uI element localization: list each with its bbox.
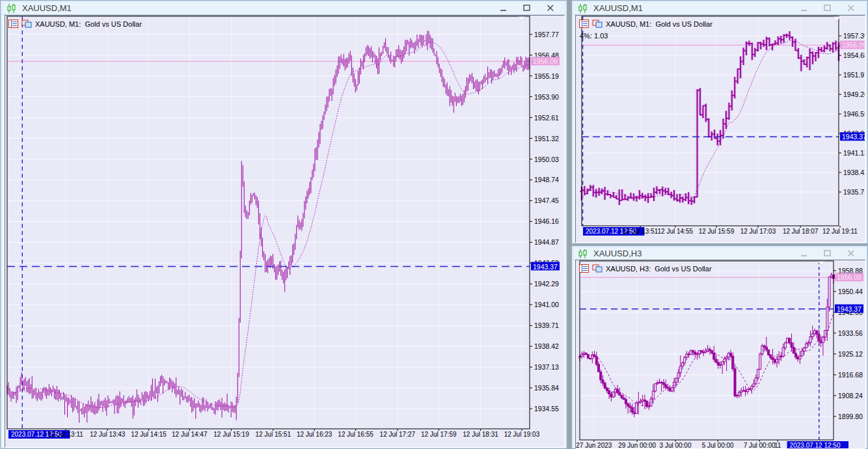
svg-text:12 Jul 18:07: 12 Jul 18:07 bbox=[783, 228, 819, 235]
svg-text:1899.80: 1899.80 bbox=[838, 413, 863, 420]
svg-text:1935.71: 1935.71 bbox=[843, 188, 865, 196]
svg-text:1955.19: 1955.19 bbox=[534, 72, 559, 80]
minimize-button[interactable] bbox=[500, 5, 508, 12]
svg-text:1953.90: 1953.90 bbox=[534, 93, 559, 101]
svg-text:1925.12: 1925.12 bbox=[838, 350, 863, 358]
svg-text:7 Jul 00:00: 7 Jul 00:00 bbox=[744, 442, 776, 448]
svg-text:12 Jul 15:19: 12 Jul 15:19 bbox=[213, 431, 249, 438]
svg-text:12 Jul 13:51: 12 Jul 13:51 bbox=[623, 228, 658, 235]
svg-text:1943.37: 1943.37 bbox=[842, 133, 865, 141]
desktop: { "colors": { "chart_bg": "#e9e9f8", "ca… bbox=[0, 0, 868, 449]
svg-text:1935.84: 1935.84 bbox=[534, 384, 559, 392]
svg-text:1951.97: 1951.97 bbox=[843, 71, 865, 79]
svg-text:12 Jul 15:51: 12 Jul 15:51 bbox=[255, 431, 291, 438]
svg-text:11: 11 bbox=[774, 442, 781, 448]
svg-text:1948.74: 1948.74 bbox=[534, 176, 559, 184]
price-chart-xauusd-h3[interactable]: 1958.881950.441942.001933.561925.121916.… bbox=[575, 260, 865, 449]
svg-text:1957.77: 1957.77 bbox=[534, 31, 559, 38]
svg-text:12 Jul 17:03: 12 Jul 17:03 bbox=[740, 228, 776, 235]
price-chart-xauusd-m1-small[interactable]: 1957.391954.681951.971949.261946.551943.… bbox=[575, 15, 865, 243]
svg-text:12 Jul 17:27: 12 Jul 17:27 bbox=[380, 431, 416, 438]
svg-text:1942.29: 1942.29 bbox=[534, 280, 559, 288]
svg-text:1941.00: 1941.00 bbox=[534, 301, 559, 308]
svg-text:1939.71: 1939.71 bbox=[534, 321, 559, 329]
svg-text:1937.13: 1937.13 bbox=[534, 363, 559, 371]
objects-list-icon[interactable] bbox=[8, 20, 18, 28]
svg-text:1908.24: 1908.24 bbox=[838, 392, 863, 400]
close-button[interactable] bbox=[547, 5, 554, 12]
maximize-button[interactable] bbox=[824, 250, 832, 257]
svg-text:12 Jul 16:23: 12 Jul 16:23 bbox=[297, 431, 332, 438]
svg-text:1956.09: 1956.09 bbox=[533, 57, 558, 65]
price-chart-xauusd-m1-main[interactable]: 1957.771956.481955.191953.901952.611951.… bbox=[5, 15, 565, 448]
candles-icon bbox=[578, 249, 589, 258]
svg-text:1957.39: 1957.39 bbox=[843, 32, 865, 40]
svg-text:1941.13: 1941.13 bbox=[843, 149, 865, 157]
window-xauusd-h3: XAUUSD,H3 1958.881950.441942.001933.5619… bbox=[571, 245, 868, 449]
svg-text:1956.09: 1956.09 bbox=[842, 41, 865, 49]
svg-text:1954.68: 1954.68 bbox=[843, 51, 865, 59]
titlebar-br[interactable]: XAUUSD,H3 bbox=[573, 247, 866, 260]
window-xauusd-m1-small: XAUUSD,M1 1957.391954.681951.971949.2619… bbox=[571, 0, 868, 244]
svg-text:1956.09: 1956.09 bbox=[837, 273, 861, 281]
indicator-value-label: 4%: 1.03 bbox=[580, 32, 608, 40]
svg-text:1950.03: 1950.03 bbox=[534, 156, 559, 163]
svg-text:1943.37: 1943.37 bbox=[533, 263, 558, 271]
svg-text:1951.32: 1951.32 bbox=[534, 135, 559, 143]
svg-text:1916.68: 1916.68 bbox=[838, 371, 863, 379]
svg-text:1944.87: 1944.87 bbox=[534, 238, 559, 246]
svg-text:2023.07.12 12:50: 2023.07.12 12:50 bbox=[790, 442, 841, 448]
svg-text:12 Jul 14:55: 12 Jul 14:55 bbox=[658, 228, 694, 235]
svg-text:1946.16: 1946.16 bbox=[534, 217, 559, 225]
candles-icon bbox=[578, 4, 589, 13]
close-button[interactable] bbox=[847, 250, 855, 257]
svg-text:1947.45: 1947.45 bbox=[534, 197, 559, 204]
svg-text:1943.37: 1943.37 bbox=[837, 305, 861, 313]
window-title: XAUUSD,M1 bbox=[593, 3, 643, 13]
chart-symbol-label: XAUUSD, M1: Gold vs US Dollar bbox=[35, 20, 142, 28]
chart-symbol-label: XAUUSD, M1: Gold vs US Dollar bbox=[606, 20, 712, 28]
svg-text:12 Jul 16:55: 12 Jul 16:55 bbox=[338, 431, 373, 438]
svg-text:5 Jul 00:00: 5 Jul 00:00 bbox=[702, 442, 734, 448]
window-xauusd-m1-main: XAUUSD,M1 1957.771956.481955.191953.9019… bbox=[0, 0, 567, 449]
objects-list-icon[interactable] bbox=[579, 20, 589, 28]
objects-list-icon[interactable] bbox=[579, 264, 589, 273]
svg-text:1933.56: 1933.56 bbox=[838, 329, 863, 337]
svg-text:12 Jul 19:11: 12 Jul 19:11 bbox=[822, 228, 858, 235]
svg-text:12 Jul 15:59: 12 Jul 15:59 bbox=[699, 228, 735, 235]
close-button[interactable] bbox=[847, 5, 855, 12]
svg-text:12 Jul 13:11: 12 Jul 13:11 bbox=[48, 431, 83, 438]
minimize-button[interactable] bbox=[800, 5, 808, 12]
svg-text:12 Jul 18:31: 12 Jul 18:31 bbox=[463, 431, 498, 438]
charts-icon[interactable] bbox=[592, 20, 603, 28]
titlebar-tr[interactable]: XAUUSD,M1 bbox=[573, 2, 866, 15]
window-title: XAUUSD,M1 bbox=[22, 3, 72, 13]
svg-text:1938.42: 1938.42 bbox=[843, 169, 865, 176]
svg-text:1934.55: 1934.55 bbox=[534, 405, 559, 413]
svg-text:1946.55: 1946.55 bbox=[843, 110, 865, 118]
svg-text:12 Jul 14:15: 12 Jul 14:15 bbox=[131, 431, 167, 438]
charts-icon[interactable] bbox=[592, 264, 603, 273]
svg-text:1950.44: 1950.44 bbox=[838, 288, 863, 295]
svg-text:12 Jul 19:03: 12 Jul 19:03 bbox=[504, 431, 540, 438]
svg-text:1952.61: 1952.61 bbox=[534, 114, 559, 122]
window-title: XAUUSD,H3 bbox=[593, 249, 642, 258]
minimize-button[interactable] bbox=[800, 250, 808, 257]
svg-text:12 Jul 17:59: 12 Jul 17:59 bbox=[421, 431, 457, 438]
svg-text:1949.26: 1949.26 bbox=[843, 90, 865, 98]
svg-text:12 Jul 14:47: 12 Jul 14:47 bbox=[172, 431, 208, 438]
svg-text:27 Jun 2023: 27 Jun 2023 bbox=[576, 442, 612, 448]
candles-icon bbox=[7, 4, 18, 13]
chart-symbol-label: XAUUSD, H3: Gold vs US Dollar bbox=[606, 265, 712, 273]
svg-text:29 Jun 00:00: 29 Jun 00:00 bbox=[618, 442, 656, 448]
svg-text:12 Jul 13:43: 12 Jul 13:43 bbox=[90, 431, 126, 438]
maximize-button[interactable] bbox=[824, 5, 832, 12]
titlebar-main[interactable]: XAUUSD,M1 bbox=[2, 2, 565, 15]
charts-icon[interactable] bbox=[21, 20, 32, 28]
svg-text:1938.42: 1938.42 bbox=[534, 342, 559, 350]
maximize-button[interactable] bbox=[523, 5, 531, 12]
svg-text:3 Jul 00:00: 3 Jul 00:00 bbox=[660, 442, 692, 448]
